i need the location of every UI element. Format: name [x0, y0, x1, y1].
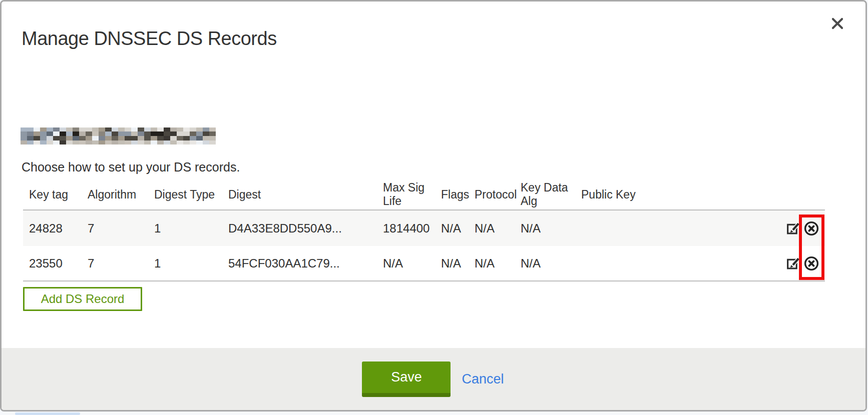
manage-dnssec-ds-records-dialog: Manage DNSSEC DS Records Choose how to s…	[0, 0, 867, 412]
delete-record-icon	[803, 256, 819, 272]
cell-protocol: N/A	[475, 222, 521, 236]
col-header-max-sig-life: Max Sig Life	[383, 181, 441, 208]
col-header-flags: Flags	[441, 188, 475, 202]
edit-record-icon	[785, 220, 801, 236]
edit-record-icon	[785, 256, 801, 271]
cell-max-sig-life: N/A	[383, 256, 441, 270]
add-ds-record-button[interactable]: Add DS Record	[23, 287, 142, 311]
cell-protocol: N/A	[475, 256, 521, 270]
cell-digest: 54FCF030AA1C79...	[228, 256, 383, 270]
instruction-text: Choose how to set up your DS records.	[22, 160, 240, 174]
delete-record-button[interactable]	[803, 220, 820, 237]
cell-algorithm: 7	[88, 222, 154, 236]
edit-record-button[interactable]	[785, 255, 801, 272]
cell-algorithm: 7	[88, 256, 154, 270]
save-button[interactable]: Save	[362, 362, 451, 397]
col-header-key-data-alg: Key Data Alg	[521, 181, 581, 208]
col-header-digest-type: Digest Type	[154, 188, 228, 202]
cell-actions	[581, 255, 825, 272]
cell-flags: N/A	[441, 256, 475, 270]
cell-actions	[581, 220, 825, 237]
domain-name-redacted	[21, 128, 216, 144]
col-header-public-key: Public Key	[581, 188, 825, 202]
cell-digest-type: 1	[154, 256, 228, 270]
cell-digest-type: 1	[154, 222, 228, 236]
cell-key-data-alg: N/A	[521, 256, 581, 270]
table-row: 24828 7 1 D4A33E8DD550A9... 1814400 N/A …	[23, 210, 825, 246]
table-header-row: Key tag Algorithm Digest Type Digest Max…	[23, 180, 825, 210]
cell-max-sig-life: 1814400	[383, 222, 441, 236]
background-page-fragment	[15, 412, 80, 415]
delete-record-icon	[803, 220, 819, 236]
cell-flags: N/A	[441, 222, 475, 236]
col-header-key-tag: Key tag	[23, 188, 88, 202]
table-row: 23550 7 1 54FCF030AA1C79... N/A N/A N/A …	[23, 246, 825, 282]
dialog-footer: Save Cancel	[2, 348, 865, 410]
col-header-protocol: Protocol	[475, 188, 521, 202]
cancel-link[interactable]: Cancel	[461, 372, 505, 387]
close-icon	[829, 16, 845, 32]
close-button[interactable]	[826, 12, 848, 34]
edit-record-button[interactable]	[785, 220, 801, 236]
cell-key-data-alg: N/A	[521, 222, 581, 236]
dialog-title: Manage DNSSEC DS Records	[22, 28, 277, 50]
col-header-digest: Digest	[228, 188, 383, 202]
cell-key-tag: 24828	[23, 222, 88, 236]
cell-digest: D4A33E8DD550A9...	[228, 222, 383, 236]
delete-record-button[interactable]	[803, 255, 820, 272]
ds-records-table: Key tag Algorithm Digest Type Digest Max…	[23, 180, 825, 282]
col-header-algorithm: Algorithm	[88, 188, 154, 202]
cell-key-tag: 23550	[23, 256, 88, 270]
